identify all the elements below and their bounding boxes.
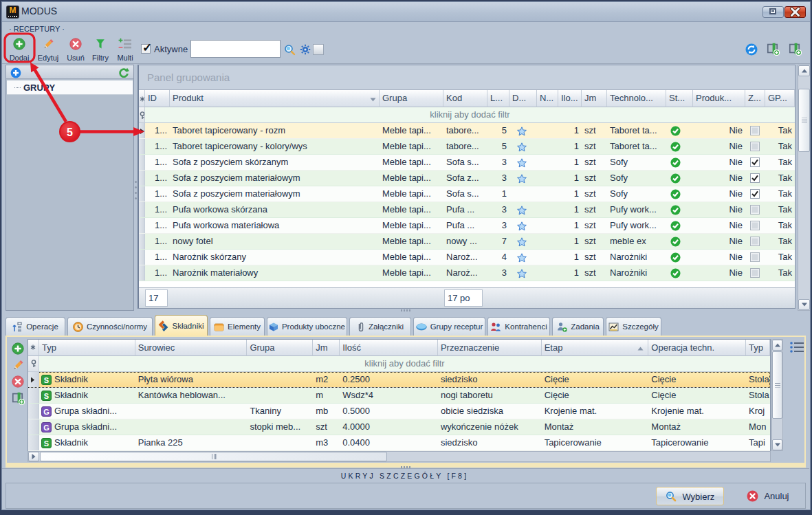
detail-filter-row[interactable]: kliknij aby dodać filtr bbox=[28, 356, 770, 372]
column-header-z[interactable]: Z... bbox=[745, 90, 765, 107]
scroll-up-button[interactable] bbox=[772, 340, 782, 351]
tab-grupyreceptur[interactable]: Grupy receptur bbox=[413, 317, 485, 336]
cell-d bbox=[509, 265, 537, 281]
tab-szczegy[interactable]: Szczegóły bbox=[606, 317, 661, 336]
checkbox-unchecked-icon bbox=[750, 237, 760, 246]
hide-details-bar[interactable]: UKRYJ SZCZEGÓŁY [F8] bbox=[0, 468, 809, 483]
recipe-row[interactable]: 1...Pufa workowa materiałowaMeble tapi..… bbox=[139, 218, 795, 234]
detail-column-header-surowiec[interactable]: Surowiec bbox=[135, 340, 248, 356]
recipe-row[interactable]: 1...Narożnik skórzanyMeble tapi...Naroż.… bbox=[139, 250, 795, 265]
detail-column-header-ilo[interactable]: Ilość bbox=[340, 340, 438, 356]
cell-id: 1... bbox=[145, 202, 170, 217]
cell-jm: szt bbox=[582, 186, 607, 201]
add-group-icon[interactable] bbox=[10, 67, 21, 78]
recipe-row[interactable]: 1...Pufa workowa skórzanaMeble tapi...Pu… bbox=[139, 202, 795, 218]
tab-zadania[interactable]: Zadania bbox=[552, 317, 604, 336]
column-header-jm[interactable]: Jm bbox=[582, 90, 607, 107]
vscroll-thumb[interactable] bbox=[772, 351, 782, 419]
column-header-n[interactable]: N... bbox=[537, 90, 558, 107]
scroll-right-button[interactable] bbox=[28, 452, 39, 461]
edit-component-button[interactable] bbox=[10, 359, 28, 371]
add-column-button[interactable] bbox=[10, 392, 28, 404]
detail-column-header-etap[interactable]: Etap bbox=[542, 340, 649, 356]
main-grid-filter-row[interactable]: kliknij aby dodać filtr bbox=[139, 107, 795, 123]
component-row[interactable]: SSkładnikPłyta wiórowam20.2500siedziskoC… bbox=[28, 372, 770, 388]
component-row[interactable]: SSkładnikPianka 225m30.0400siedziskoTapi… bbox=[28, 435, 770, 451]
component-row[interactable]: GGrupa składni...Tkaninymb0.5000obicie s… bbox=[28, 404, 770, 419]
tab-zaczniki[interactable]: Załączniki bbox=[349, 317, 411, 336]
restore-button[interactable] bbox=[762, 6, 784, 18]
detail-column-header-operacjatechn[interactable]: Operacja techn. bbox=[648, 340, 746, 356]
tab-kontrahenci[interactable]: Kontrahenci bbox=[487, 317, 550, 336]
detail-column-header-grupa[interactable]: Grupa bbox=[247, 340, 313, 356]
group-badge-icon: G bbox=[41, 406, 52, 417]
column-header-grupa[interactable]: Grupa bbox=[380, 90, 443, 107]
scroll-down-button[interactable] bbox=[798, 299, 810, 310]
delete-component-button[interactable] bbox=[10, 375, 28, 388]
detail-vscrollbar[interactable] bbox=[771, 339, 783, 451]
active-checkbox[interactable]: ✓ bbox=[141, 44, 151, 54]
toolbar-button-multi[interactable]: Multi bbox=[113, 34, 138, 62]
cell-zablokowany bbox=[745, 171, 765, 186]
detail-column-header-przeznaczenie[interactable]: Przeznaczenie bbox=[438, 340, 542, 356]
cell-etap: Montaż bbox=[542, 419, 649, 435]
group-panel-band[interactable]: Panel grupowania bbox=[139, 65, 795, 90]
star-icon bbox=[517, 158, 527, 168]
column-header-id[interactable]: ID bbox=[145, 90, 170, 107]
column-header-st[interactable]: St... bbox=[666, 90, 693, 107]
scroll-down-button[interactable] bbox=[772, 439, 782, 450]
refresh-groups-icon[interactable] bbox=[118, 67, 129, 78]
column-header-produk[interactable]: Produk... bbox=[693, 90, 745, 107]
scroll-up-button[interactable] bbox=[798, 65, 810, 76]
search-input[interactable] bbox=[190, 40, 281, 58]
panel-splitter-grip[interactable] bbox=[135, 181, 137, 183]
cancel-button[interactable]: Anuluj bbox=[740, 487, 795, 505]
cell-grupa: Meble tapi... bbox=[380, 265, 443, 281]
component-row[interactable]: SSkładnikKantówka heblowan...mWsdz*4nogi… bbox=[28, 388, 770, 404]
hscroll-thumb[interactable] bbox=[40, 452, 387, 461]
recipe-row[interactable]: 1...Sofa z poszyciem materiałowymMeble t… bbox=[139, 171, 795, 186]
column-header-gp[interactable]: GP... bbox=[765, 90, 795, 107]
cell-grupa: Meble tapi... bbox=[380, 186, 443, 201]
column-header-l[interactable]: L... bbox=[487, 90, 509, 107]
recipe-row[interactable]: 1...Taboret tapicerowany - kolory/wysMeb… bbox=[139, 139, 795, 155]
add-component-button[interactable] bbox=[10, 342, 28, 355]
add-column-icon[interactable] bbox=[789, 43, 802, 56]
column-header-ilo[interactable]: Ilo... bbox=[558, 90, 582, 107]
hsplitter-grip[interactable] bbox=[401, 309, 410, 311]
detail-hscrollbar[interactable] bbox=[28, 451, 771, 462]
tab-label: Szczegóły bbox=[622, 322, 658, 331]
window-title: MODUS bbox=[21, 6, 57, 17]
recipe-row[interactable]: 1...Sofa z poszyciem skórzanymMeble tapi… bbox=[139, 155, 795, 171]
detail-column-header-typ[interactable]: Typ bbox=[39, 340, 135, 356]
filter-toggle-box[interactable] bbox=[313, 44, 324, 55]
column-header-d[interactable]: D... bbox=[509, 90, 537, 107]
component-row[interactable]: GGrupa składni...stopki meb...szt4.0000w… bbox=[28, 419, 770, 435]
recipe-row[interactable]: 1...Narożnik materiałowyMeble tapi...Nar… bbox=[139, 265, 795, 281]
column-header-kod[interactable]: Kod bbox=[443, 90, 487, 107]
tab-czynnocinormy[interactable]: Czynności/normy bbox=[67, 317, 153, 336]
column-chooser-icon[interactable] bbox=[789, 341, 804, 353]
gear-icon[interactable] bbox=[300, 44, 311, 55]
close-button[interactable] bbox=[784, 6, 806, 18]
tree-node-grupy[interactable]: GRUPY bbox=[7, 80, 133, 95]
toolbar-separator bbox=[0, 63, 812, 64]
column-header-produkt[interactable]: Produkt bbox=[170, 90, 380, 107]
recipe-row[interactable]: 1...Sofa z poszyciem materiałowymMeble t… bbox=[139, 186, 795, 202]
recipe-row[interactable]: 1...Taboret tapicerowany - rozmMeble tap… bbox=[139, 123, 795, 139]
vscroll-thumb[interactable] bbox=[798, 89, 810, 152]
recipe-row[interactable]: 1...nowy fotelMeble tapi...nowy ...71szt… bbox=[139, 234, 795, 250]
detail-column-header-jm[interactable]: Jm bbox=[313, 340, 340, 356]
zoom-plus-icon[interactable] bbox=[284, 44, 296, 56]
detail-column-header-typ[interactable]: Typ bbox=[746, 340, 770, 356]
add-column-icon[interactable] bbox=[767, 43, 780, 56]
column-header-technolo[interactable]: Technolo... bbox=[607, 90, 666, 107]
select-button[interactable]: Wybierz bbox=[656, 487, 724, 505]
tab-elementy[interactable]: Elementy bbox=[210, 317, 265, 336]
refresh-icon[interactable] bbox=[745, 43, 758, 56]
tab-skadniki[interactable]: Składniki bbox=[155, 315, 208, 336]
cell-grupa: stopki meb... bbox=[247, 419, 313, 435]
tab-produktyuboczne[interactable]: Produkty uboczne bbox=[267, 317, 347, 336]
tab-operacje[interactable]: Operacje bbox=[6, 317, 65, 336]
main-grid-vscrollbar[interactable] bbox=[798, 65, 811, 311]
